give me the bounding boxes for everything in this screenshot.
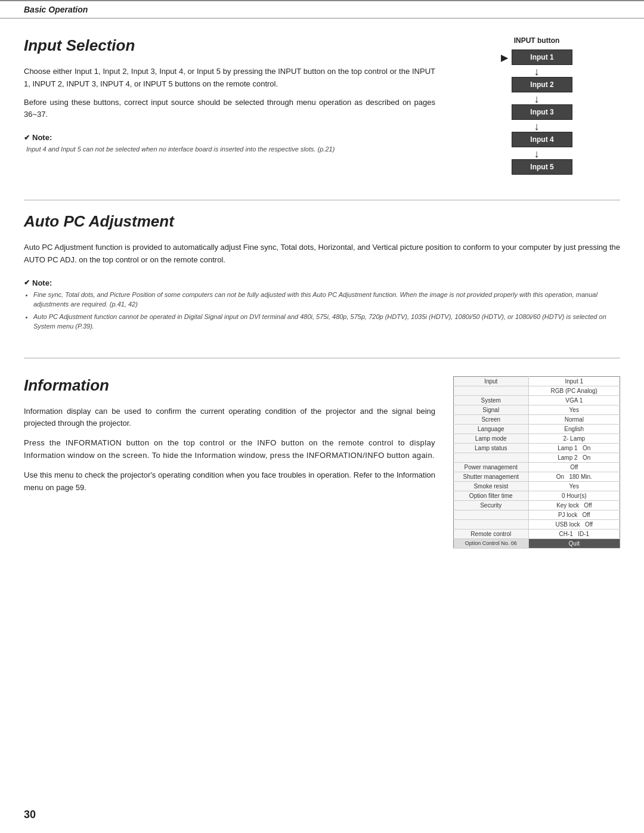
- table-row: Lamp 2 On: [454, 453, 620, 462]
- table-value-system: VGA 1: [528, 395, 620, 405]
- table-row: USB lock Off: [454, 519, 620, 529]
- input-selection-note-text: Input 4 and Input 5 can not be selected …: [26, 144, 435, 154]
- input-selection-body1: Choose either Input 1, Input 2, Input 3,…: [24, 66, 435, 91]
- input-btn-3: Input 3: [512, 104, 572, 120]
- auto-pc-note-bullets: Fine sync, Total dots, and Picture Posit…: [33, 290, 620, 332]
- arrow-icon-1: ▶: [501, 52, 508, 63]
- table-quit-btn[interactable]: Quit: [528, 538, 620, 548]
- information-left: Information Information display can be u…: [24, 376, 435, 549]
- header-title: Basic Operation: [24, 5, 88, 14]
- table-value-power-mgmt: Off: [528, 462, 620, 472]
- information-body2: Press the INFORMATION button on the top …: [24, 437, 435, 462]
- down-arrow-3: ↓: [534, 121, 539, 132]
- divider-1: [24, 200, 620, 200]
- table-label-remote: Remote control: [454, 529, 529, 538]
- table-value-signal: Yes: [528, 405, 620, 414]
- down-arrow-1: ↓: [534, 66, 539, 77]
- table-value-lamp-mode: 2- Lamp: [528, 433, 620, 443]
- table-row: Input Input 1: [454, 376, 620, 386]
- table-label-option: Option Control No. 06: [454, 538, 529, 548]
- table-label-empty4: [454, 519, 529, 529]
- table-label-security: Security: [454, 500, 529, 510]
- table-label-system: System: [454, 395, 529, 405]
- page-number: 30: [24, 809, 36, 821]
- input-selection-title: Input Selection: [24, 36, 435, 55]
- input-selection-note: Note: Input 4 and Input 5 can not be sel…: [24, 133, 435, 154]
- table-label-lamp-mode: Lamp mode: [454, 433, 529, 443]
- table-value-key-lock: Key lock Off: [528, 500, 620, 510]
- divider-2: [24, 358, 620, 358]
- input-diagram: ▶ Input 1 ↓ ▶ Input 2 ↓ ▶ Input 3 ↓ ▶ In…: [501, 49, 572, 176]
- auto-pc-note-label: Note:: [24, 278, 620, 287]
- table-label-empty3: [454, 510, 529, 519]
- table-row: Signal Yes: [454, 405, 620, 414]
- table-value-remote: CH-1 ID-1: [528, 529, 620, 538]
- table-value-lamp1: Lamp 1 On: [528, 443, 620, 453]
- input-btn-2: Input 2: [512, 77, 572, 92]
- information-right: Input Input 1 RGB (PC Analog) System VGA…: [453, 376, 620, 549]
- auto-pc-note-bullet-2: Auto PC Adjustment function cannot be op…: [33, 312, 620, 332]
- info-table: Input Input 1 RGB (PC Analog) System VGA…: [453, 376, 620, 549]
- input-selection-left: Input Selection Choose either Input 1, I…: [24, 36, 453, 176]
- input-row-5: ▶ Input 5: [501, 159, 572, 175]
- table-value-input1: Input 1: [528, 376, 620, 386]
- input-btn-1: Input 1: [512, 49, 572, 65]
- table-row: Lamp status Lamp 1 On: [454, 443, 620, 453]
- input-btn-5: Input 5: [512, 159, 572, 175]
- table-row: Option filter time 0 Hour(s): [454, 491, 620, 500]
- table-label-empty1: [454, 386, 529, 395]
- down-arrow-4: ↓: [534, 148, 539, 159]
- input-selection-right: INPUT button ▶ Input 1 ↓ ▶ Input 2 ↓ ▶ I…: [453, 36, 620, 176]
- table-value-smoke: Yes: [528, 481, 620, 491]
- table-label-smoke: Smoke resist: [454, 481, 529, 491]
- table-row: Lamp mode 2- Lamp: [454, 433, 620, 443]
- table-row-option: Option Control No. 06 Quit: [454, 538, 620, 548]
- table-row: System VGA 1: [454, 395, 620, 405]
- auto-pc-title: Auto PC Adjustment: [24, 212, 620, 231]
- input-selection-body2: Before using these buttons, correct inpu…: [24, 97, 435, 122]
- table-row: Smoke resist Yes: [454, 481, 620, 491]
- table-value-shutter-mgmt: On 180 Min.: [528, 472, 620, 481]
- table-row: PJ lock Off: [454, 510, 620, 519]
- table-value-filter-time: 0 Hour(s): [528, 491, 620, 500]
- input-selection-section: Input Selection Choose either Input 1, I…: [24, 36, 620, 176]
- input-row-4: ▶ Input 4: [501, 132, 572, 147]
- auto-pc-note: Note: Fine sync, Total dots, and Picture…: [24, 278, 620, 332]
- table-row: Language English: [454, 424, 620, 433]
- table-label-lamp-status: Lamp status: [454, 443, 529, 453]
- information-body1: Information display can be used to confi…: [24, 405, 435, 431]
- information-section: Information Information display can be u…: [24, 376, 620, 549]
- table-row: RGB (PC Analog): [454, 386, 620, 395]
- input-selection-note-label: Note:: [24, 133, 435, 142]
- table-label-signal: Signal: [454, 405, 529, 414]
- table-label-shutter-mgmt: Shutter management: [454, 472, 529, 481]
- table-row: Shutter management On 180 Min.: [454, 472, 620, 481]
- input-button-label: INPUT button: [514, 36, 560, 45]
- table-label-empty2: [454, 453, 529, 462]
- table-label-language: Language: [454, 424, 529, 433]
- table-label-power-mgmt: Power management: [454, 462, 529, 472]
- table-value-usb-lock: USB lock Off: [528, 519, 620, 529]
- input-btn-4: Input 4: [512, 132, 572, 147]
- input-row-1: ▶ Input 1: [501, 49, 572, 65]
- auto-pc-body: Auto PC Adjustment function is provided …: [24, 241, 620, 267]
- input-row-2: ▶ Input 2: [501, 77, 572, 92]
- header-bar: Basic Operation: [0, 0, 644, 18]
- information-title: Information: [24, 376, 435, 395]
- table-value-screen: Normal: [528, 414, 620, 424]
- table-value-lamp2: Lamp 2 On: [528, 453, 620, 462]
- table-row: Power management Off: [454, 462, 620, 472]
- table-value-language: English: [528, 424, 620, 433]
- information-body3: Use this menu to check the projector's o…: [24, 469, 435, 494]
- table-value-rgb: RGB (PC Analog): [528, 386, 620, 395]
- auto-pc-note-bullet-1: Fine sync, Total dots, and Picture Posit…: [33, 290, 620, 309]
- input-row-3: ▶ Input 3: [501, 104, 572, 120]
- auto-pc-section: Auto PC Adjustment Auto PC Adjustment fu…: [24, 212, 620, 334]
- table-value-pj-lock: PJ lock Off: [528, 510, 620, 519]
- table-label-filter-time: Option filter time: [454, 491, 529, 500]
- table-label-input: Input: [454, 376, 529, 386]
- down-arrow-2: ↓: [534, 94, 539, 104]
- table-row: Remote control CH-1 ID-1: [454, 529, 620, 538]
- table-row: Security Key lock Off: [454, 500, 620, 510]
- table-row: Screen Normal: [454, 414, 620, 424]
